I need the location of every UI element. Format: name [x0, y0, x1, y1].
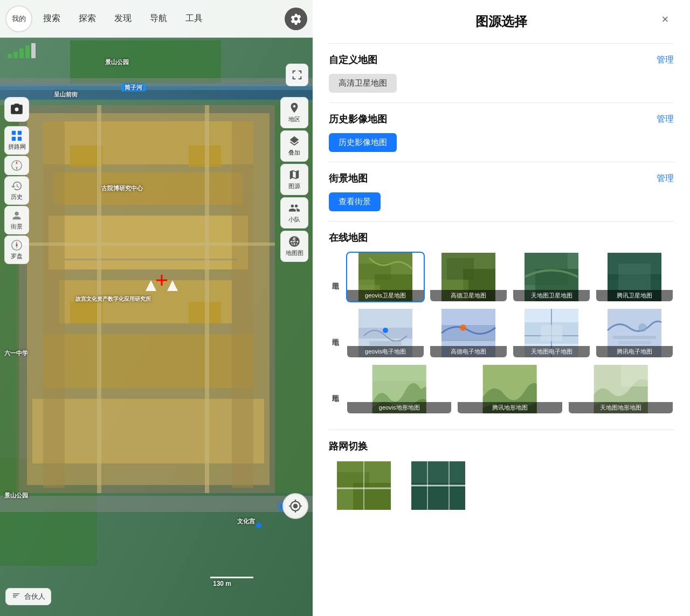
svg-rect-85 [411, 483, 465, 510]
tencent-satellite-label: 腾讯卫星地图 [596, 290, 673, 301]
history-imagery-button[interactable]: 历史影像地图 [329, 133, 397, 152]
svg-rect-62 [369, 341, 402, 345]
compass2-button[interactable]: 罗盘 [4, 236, 29, 264]
svg-point-40 [15, 212, 18, 216]
terrain-label: 地形地图 [329, 364, 342, 414]
svg-rect-23 [0, 496, 313, 512]
left-toolbar: 拼路网 历史 街景 [4, 97, 29, 264]
nav-gear-button[interactable] [285, 8, 307, 30]
signal-bar-4 [25, 45, 30, 58]
street-label: 街景 [11, 223, 23, 231]
tianditu-electronic-thumb[interactable]: 天地图电子地图 [512, 308, 591, 358]
road-thumb-2[interactable] [403, 460, 473, 511]
road-thumb-1[interactable] [329, 460, 399, 511]
custom-section-title: 自定义地图 [329, 53, 377, 66]
signal-bar-1 [8, 54, 12, 58]
svg-rect-15 [65, 259, 237, 260]
nav-my-button[interactable]: 我的 [5, 5, 32, 32]
svg-rect-76 [372, 365, 426, 381]
maptype-button[interactable]: 地图图 [280, 231, 308, 262]
gaode-electronic-label: 高德电子地图 [430, 346, 507, 357]
camera-button[interactable] [4, 97, 29, 122]
panel-title: 图源选择 [475, 13, 527, 30]
road-net-label: 拼路网 [8, 143, 26, 151]
satellite-label: 卫星地图 [329, 252, 342, 302]
map-topbar: 我的 搜索 探索 发现 导航 工具 [0, 0, 313, 38]
tencent-electronic-thumb[interactable]: 腾讯电子地图 [595, 308, 674, 358]
section-custom-header: 自定义地图 管理 [329, 53, 674, 66]
history-manage-button[interactable]: 管理 [657, 114, 674, 125]
gaode-electronic-thumb[interactable]: 高德电子地图 [429, 308, 508, 358]
street-view-button[interactable]: 查看街景 [329, 192, 381, 211]
mapsource-label: 图源 [288, 182, 300, 190]
compass2-label: 罗盘 [11, 252, 23, 260]
team-button[interactable]: 小队 [280, 197, 308, 229]
nav-discover[interactable]: 发现 [107, 10, 139, 27]
location-button[interactable] [282, 493, 308, 519]
tianditu-electronic-label: 天地图电子地图 [513, 346, 590, 357]
tencent-satellite-thumb[interactable]: 腾讯卫星地图 [595, 252, 674, 302]
svg-rect-38 [18, 137, 22, 141]
street-section-title: 街景地图 [329, 172, 368, 185]
geovis-satellite-thumb[interactable]: geovis卫星地图 [346, 252, 425, 302]
section-custom: 自定义地图 管理 高清卫星地图 [329, 43, 674, 102]
tencent-terrain-thumb[interactable]: 腾讯地形地图 [457, 364, 563, 414]
tianditu-terrain-thumb[interactable]: 天地图地形地图 [568, 364, 674, 414]
svg-rect-70 [541, 325, 562, 341]
section-history: 历史影像地图 管理 历史影像地图 [329, 102, 674, 162]
nav-explore[interactable]: 探索 [71, 10, 104, 27]
partner-label: 合伙人 [24, 592, 45, 601]
overlay-button[interactable]: 叠加 [280, 130, 308, 162]
road-net-button[interactable]: 拼路网 [4, 126, 29, 155]
electronic-thumbs: geovis电子地图 高德电子地图 [346, 308, 674, 358]
partner-badge[interactable]: 合伙人 [5, 588, 51, 605]
history-label: 历史 [11, 193, 23, 201]
expand-button[interactable] [286, 64, 308, 86]
gaode-satellite-thumb[interactable]: 高德卫星地图 [429, 252, 508, 302]
region-label: 地区 [288, 115, 300, 123]
section-online: 在线地图 卫星地图 geovis卫星地图 [329, 221, 674, 430]
geovis-electronic-thumb[interactable]: geovis电子地图 [346, 308, 425, 358]
svg-point-74 [638, 323, 647, 332]
nav-tools[interactable]: 工具 [178, 10, 210, 27]
nav-navigate[interactable]: 导航 [142, 10, 175, 27]
geovis-terrain-thumb[interactable]: geovis地形地图 [346, 364, 452, 414]
overlay-label: 叠加 [288, 149, 300, 157]
right-toolbar: 地区 叠加 图源 小队 地图图 [280, 97, 308, 262]
svg-rect-79 [620, 365, 647, 386]
street-manage-button[interactable]: 管理 [657, 173, 674, 184]
map-panel: 景山公园 呈山前街 筒子河 古院博研究中心 故宫文化资产数字化应用研究所 六一中… [0, 0, 313, 616]
custom-manage-button[interactable]: 管理 [657, 54, 674, 66]
section-history-header: 历史影像地图 管理 [329, 113, 674, 126]
panel-close-button[interactable]: × [657, 11, 674, 28]
compass-button[interactable] [4, 156, 29, 175]
history-button[interactable]: 历史 [4, 176, 29, 205]
right-panel: 图源选择 × 自定义地图 管理 高清卫星地图 历史影像地图 管理 历史影像地图 … [313, 0, 690, 616]
street-button[interactable]: 街景 [4, 206, 29, 234]
mapsource-button[interactable]: 图源 [280, 164, 308, 195]
tianditu-satellite-thumb[interactable]: 天地图卫星地图 [512, 252, 591, 302]
svg-rect-12 [32, 399, 264, 463]
svg-rect-37 [12, 137, 16, 141]
terrain-row: 地形地图 geovis地形地图 [329, 364, 674, 414]
svg-rect-14 [232, 121, 253, 488]
electronic-label: 电子地图 [329, 308, 342, 358]
custom-hd-satellite-button[interactable]: 高清卫星地图 [329, 74, 397, 93]
svg-rect-36 [18, 131, 22, 135]
nav-search[interactable]: 搜索 [36, 10, 68, 27]
svg-rect-67 [441, 338, 495, 341]
svg-rect-73 [618, 341, 651, 344]
section-street-header: 街景地图 管理 [329, 172, 674, 185]
signal-bar-2 [13, 52, 18, 58]
region-button[interactable]: 地区 [280, 97, 308, 128]
satellite-thumbs: geovis卫星地图 高德卫星地图 [346, 252, 674, 302]
tianditu-satellite-label: 天地图卫星地图 [513, 290, 590, 301]
satellite-row: 卫星地图 geovis卫星地图 [329, 252, 674, 302]
svg-rect-22 [16, 243, 275, 246]
signal-bar-3 [19, 49, 24, 58]
signal-bars [8, 43, 36, 58]
svg-point-33 [256, 523, 261, 528]
svg-rect-58 [618, 264, 651, 290]
signal-bar-5 [31, 43, 36, 58]
svg-rect-13 [43, 121, 65, 488]
